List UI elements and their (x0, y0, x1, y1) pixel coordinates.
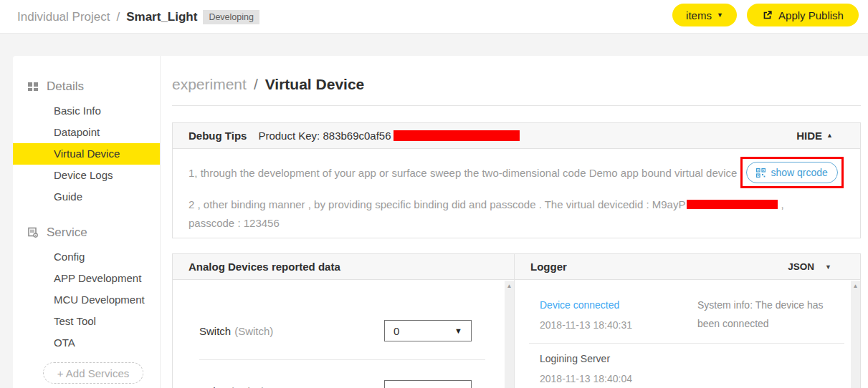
sidebar-item-mcu-development[interactable]: MCU Development (13, 289, 160, 311)
external-link-icon (762, 10, 773, 21)
datapoint-alias: (Delay) (230, 385, 264, 388)
apply-publish-label: Apply Publish (778, 9, 844, 21)
log-event: Logining Server (540, 353, 697, 364)
main-content: experiment / Virtual Device Debug Tips P… (161, 56, 868, 388)
title-divider (172, 105, 861, 106)
qrcode-icon (756, 168, 766, 178)
log-format-label: JSON (788, 261, 814, 272)
debug-tip-2-tail: , (781, 198, 783, 210)
content-card: Details Basic Info Datapoint Virtual Dev… (13, 56, 868, 388)
chevron-up-icon: ▲ (826, 132, 833, 139)
sidebar-item-virtual-device[interactable]: Virtual Device (13, 143, 160, 165)
debug-tip-2-text: 2 , other binding manner , by providing … (189, 198, 685, 210)
page-title-current: Virtual Device (265, 76, 365, 93)
analog-panel-title: Analog Devices reported data (189, 261, 340, 273)
debug-tips-title: Debug Tips (189, 130, 247, 142)
logger-panel-title: Logger (530, 261, 567, 273)
sidebar-item-basic-info[interactable]: Basic Info (13, 100, 160, 122)
logger-panel-scrollbar[interactable]: ▲ (851, 281, 860, 388)
hide-label: HIDE (796, 130, 822, 142)
log-event-link[interactable]: Device connected (540, 299, 697, 311)
sidebar-item-device-logs[interactable]: Device Logs (13, 165, 160, 186)
log-entry: Logining Server 2018-11-13 18:40:04 (540, 353, 845, 384)
delay-value-select[interactable] (384, 380, 472, 388)
show-qrcode-label: show qrcode (771, 167, 827, 178)
breadcrumb: Individual Project / Smart_Light Develop… (17, 0, 259, 34)
sidebar-item-datapoint[interactable]: Datapoint (13, 122, 160, 143)
log-timestamp: 2018-11-13 18:40:31 (540, 319, 697, 331)
debug-tips-header: Debug Tips Product Key: 883b69c0af56 HID… (173, 123, 860, 149)
scroll-up-arrow-icon[interactable]: ▲ (851, 281, 860, 289)
items-button-label: items (686, 9, 712, 21)
analog-panel-body: Switch (Switch) 0 ▼ Delay (Delay) (173, 320, 514, 388)
add-services-button[interactable]: + Add Services (43, 362, 143, 384)
datapoint-row-switch: Switch (Switch) 0 ▼ (199, 320, 472, 341)
log-entry-left: Logining Server 2018-11-13 18:40:04 (540, 353, 697, 384)
logger-panel-header: Logger JSON ▼ (515, 254, 860, 280)
sidebar-item-config[interactable]: Config (13, 246, 160, 268)
page-title-section: experiment (172, 76, 247, 93)
scroll-up-arrow-icon[interactable]: ▲ (505, 281, 514, 289)
datapoint-name: Delay (199, 385, 226, 388)
apply-publish-button[interactable]: Apply Publish (747, 4, 859, 26)
breadcrumb-root[interactable]: Individual Project (17, 10, 110, 24)
sidebar-section-details: Details (27, 77, 160, 96)
log-format-dropdown[interactable]: JSON ▼ (788, 261, 860, 272)
sidebar-item-test-tool[interactable]: Test Tool (13, 311, 160, 332)
page-title-separator: / (254, 76, 258, 93)
sidebar-service-list: Config APP Development MCU Development T… (13, 246, 160, 354)
sidebar-item-app-development[interactable]: APP Development (13, 268, 160, 289)
breadcrumb-separator: / (116, 10, 120, 24)
chevron-down-icon: ▼ (825, 263, 831, 271)
log-timestamp: 2018-11-13 18:40:04 (540, 373, 697, 384)
debug-tip-line-1: 1, through the development of your app o… (189, 157, 844, 188)
page-title: experiment / Virtual Device (172, 76, 861, 93)
items-dropdown-button[interactable]: items ▼ (672, 4, 737, 26)
debug-tips-panel: Debug Tips Product Key: 883b69c0af56 HID… (172, 122, 861, 238)
bottom-panels: Analog Devices reported data Switch (Swi… (172, 253, 861, 388)
hide-toggle-button[interactable]: HIDE ▲ (796, 130, 860, 142)
logger-panel-body: Device connected 2018-11-13 18:40:31 Sys… (515, 280, 860, 384)
analog-panel-scrollbar[interactable]: ▲ (505, 281, 514, 388)
datapoint-row-delay: Delay (Delay) (199, 380, 472, 388)
sidebar-details-list: Basic Info Datapoint Virtual Device Devi… (13, 100, 160, 208)
product-key-text: Product Key: 883b69c0af56 (258, 130, 391, 142)
sidebar-item-ota[interactable]: OTA (13, 332, 160, 354)
grid-icon (27, 81, 39, 92)
chevron-down-icon: ▼ (454, 326, 462, 335)
sidebar-section-title: Details (47, 79, 84, 94)
sidebar-section-title: Service (47, 225, 87, 240)
analog-panel-header: Analog Devices reported data (173, 254, 514, 280)
debug-tip-1-text: 1, through the development of your app o… (189, 167, 737, 179)
sidebar-section-service: Service (27, 223, 160, 242)
redaction-bar (687, 200, 778, 209)
redaction-bar (394, 130, 520, 141)
debug-tip-line-2: 2 , other binding manner , by providing … (189, 198, 844, 210)
debug-tips-body: 1, through the development of your app o… (173, 157, 860, 229)
red-annotation-box: show qrcode (740, 157, 843, 188)
breadcrumb-project-name: Smart_Light (126, 10, 197, 24)
switch-value: 0 (394, 325, 399, 337)
row-divider (199, 359, 485, 360)
log-entry-left: Device connected 2018-11-13 18:40:31 (540, 299, 697, 333)
log-divider (529, 343, 844, 344)
chevron-down-icon: ▼ (717, 12, 723, 19)
status-badge: Developing (203, 10, 259, 24)
datapoint-name: Switch (199, 325, 231, 337)
passcode-text: passcode : 123456 (189, 217, 844, 229)
switch-value-select[interactable]: 0 ▼ (384, 320, 472, 341)
sidebar: Details Basic Info Datapoint Virtual Dev… (13, 56, 161, 388)
top-bar: Individual Project / Smart_Light Develop… (0, 0, 868, 34)
sidebar-item-guide[interactable]: Guide (13, 186, 160, 208)
service-gear-icon (27, 227, 39, 238)
show-qrcode-button[interactable]: show qrcode (746, 162, 837, 183)
analog-devices-panel: Analog Devices reported data Switch (Swi… (172, 253, 515, 388)
log-entry: Device connected 2018-11-13 18:40:31 Sys… (540, 299, 845, 333)
logger-panel: Logger JSON ▼ Device connected 2018-11-1… (514, 253, 861, 388)
log-detail: System info: The device has been connect… (697, 296, 845, 333)
datapoint-alias: (Switch) (234, 325, 273, 337)
